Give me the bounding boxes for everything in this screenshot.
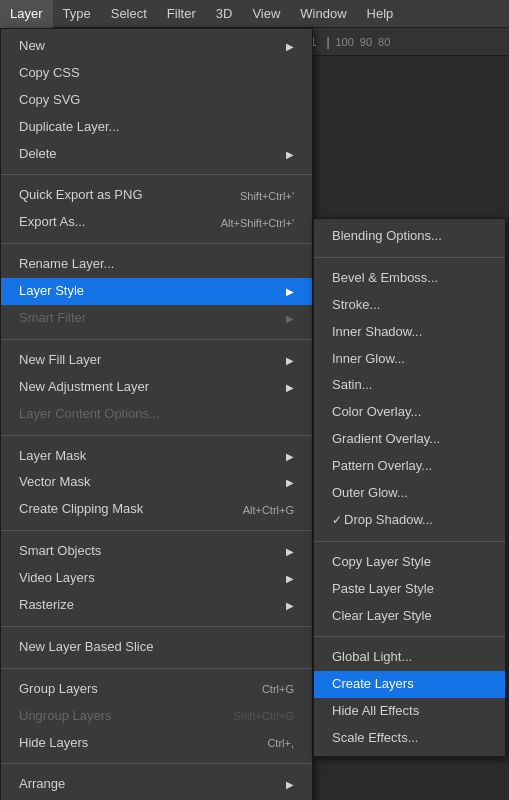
menu-item-layer-mask[interactable]: Layer Mask ▶ xyxy=(1,443,312,470)
submenu-item-hide-all-effects[interactable]: Hide All Effects xyxy=(314,698,505,725)
menu-view[interactable]: View xyxy=(242,0,290,28)
submenu-item-gradient-overlay[interactable]: Gradient Overlay... xyxy=(314,426,505,453)
menu-help[interactable]: Help xyxy=(357,0,404,28)
menu-window[interactable]: Window xyxy=(290,0,356,28)
submenu-item-paste-layer-style[interactable]: Paste Layer Style xyxy=(314,576,505,603)
ruler-80: 80 xyxy=(378,36,390,48)
submenu-item-bevel-emboss[interactable]: Bevel & Emboss... xyxy=(314,265,505,292)
arrow-icon: ▶ xyxy=(286,354,294,367)
menu-item-copy-svg[interactable]: Copy SVG xyxy=(1,87,312,114)
menu-item-quick-export[interactable]: Quick Export as PNG Shift+Ctrl+' xyxy=(1,182,312,209)
arrow-icon: ▶ xyxy=(286,148,294,161)
menu-item-create-clipping-mask[interactable]: Create Clipping Mask Alt+Ctrl+G xyxy=(1,496,312,523)
menu-item-new-adjustment-layer[interactable]: New Adjustment Layer ▶ xyxy=(1,374,312,401)
submenu-item-stroke[interactable]: Stroke... xyxy=(314,292,505,319)
menu-item-group-layers[interactable]: Group Layers Ctrl+G xyxy=(1,676,312,703)
menu-item-smart-filter[interactable]: Smart Filter ▶ xyxy=(1,305,312,332)
submenu-item-blending-options[interactable]: Blending Options... xyxy=(314,223,505,250)
shortcut-export-as: Alt+Shift+Ctrl+' xyxy=(221,216,294,230)
arrow-icon: ▶ xyxy=(286,572,294,585)
arrow-icon: ▶ xyxy=(286,450,294,463)
submenu-item-global-light[interactable]: Global Light... xyxy=(314,644,505,671)
shortcut-hide-layers: Ctrl+, xyxy=(267,736,294,750)
layer-menu: New ▶ Copy CSS Copy SVG Duplicate Layer.… xyxy=(0,28,313,800)
arrow-icon: ▶ xyxy=(286,40,294,53)
menu-select[interactable]: Select xyxy=(101,0,157,28)
submenu-item-outer-glow[interactable]: Outer Glow... xyxy=(314,480,505,507)
menubar: Layer Type Select Filter 3D View Window … xyxy=(0,0,509,28)
layer-style-submenu: Blending Options... Bevel & Emboss... St… xyxy=(313,218,506,757)
arrow-icon: ▶ xyxy=(286,381,294,394)
submenu-item-clear-layer-style[interactable]: Clear Layer Style xyxy=(314,603,505,630)
menu-item-rasterize[interactable]: Rasterize ▶ xyxy=(1,592,312,619)
menu-item-ungroup-layers[interactable]: Ungroup Layers Shift+Ctrl+G xyxy=(1,703,312,730)
submenu-item-color-overlay[interactable]: Color Overlay... xyxy=(314,399,505,426)
menu-filter[interactable]: Filter xyxy=(157,0,206,28)
menu-item-arrange[interactable]: Arrange ▶ xyxy=(1,771,312,798)
submenu-item-drop-shadow[interactable]: ✓ Drop Shadow... xyxy=(314,507,505,534)
ruler-90: 90 xyxy=(360,36,372,48)
menu-item-export-as[interactable]: Export As... Alt+Shift+Ctrl+' xyxy=(1,209,312,236)
menu-3d[interactable]: 3D xyxy=(206,0,243,28)
submenu-item-inner-shadow[interactable]: Inner Shadow... xyxy=(314,319,505,346)
menu-item-rename-layer[interactable]: Rename Layer... xyxy=(1,251,312,278)
submenu-item-inner-glow[interactable]: Inner Glow... xyxy=(314,346,505,373)
ruler-100: 100 xyxy=(336,36,354,48)
shortcut-ungroup-layers: Shift+Ctrl+G xyxy=(233,709,294,723)
menu-item-duplicate-layer[interactable]: Duplicate Layer... xyxy=(1,114,312,141)
arrow-icon: ▶ xyxy=(286,599,294,612)
menu-item-new-layer-slice[interactable]: New Layer Based Slice xyxy=(1,634,312,661)
shortcut-group-layers: Ctrl+G xyxy=(262,682,294,696)
menu-item-layer-content-options[interactable]: Layer Content Options... xyxy=(1,401,312,428)
arrow-icon: ▶ xyxy=(286,285,294,298)
menu-item-smart-objects[interactable]: Smart Objects ▶ xyxy=(1,538,312,565)
arrow-icon: ▶ xyxy=(286,545,294,558)
submenu-item-copy-layer-style[interactable]: Copy Layer Style xyxy=(314,549,505,576)
shortcut-clipping-mask: Alt+Ctrl+G xyxy=(243,503,294,517)
submenu-item-scale-effects[interactable]: Scale Effects... xyxy=(314,725,505,752)
shortcut-quick-export: Shift+Ctrl+' xyxy=(240,189,294,203)
arrow-icon: ▶ xyxy=(286,476,294,489)
menu-item-copy-css[interactable]: Copy CSS xyxy=(1,60,312,87)
checkmark-icon: ✓ xyxy=(332,513,342,529)
menu-item-video-layers[interactable]: Video Layers ▶ xyxy=(1,565,312,592)
submenu-item-satin[interactable]: Satin... xyxy=(314,372,505,399)
submenu-item-create-layers[interactable]: Create Layers xyxy=(314,671,505,698)
menu-item-layer-style[interactable]: Layer Style ▶ xyxy=(1,278,312,305)
menu-type[interactable]: Type xyxy=(53,0,101,28)
menu-item-hide-layers[interactable]: Hide Layers Ctrl+, xyxy=(1,730,312,757)
menu-item-delete[interactable]: Delete ▶ xyxy=(1,141,312,168)
menu-item-new[interactable]: New ▶ xyxy=(1,33,312,60)
menu-item-vector-mask[interactable]: Vector Mask ▶ xyxy=(1,469,312,496)
submenu-item-pattern-overlay[interactable]: Pattern Overlay... xyxy=(314,453,505,480)
menu-item-new-fill-layer[interactable]: New Fill Layer ▶ xyxy=(1,347,312,374)
arrow-icon: ▶ xyxy=(286,312,294,325)
arrow-icon: ▶ xyxy=(286,778,294,791)
menu-layer[interactable]: Layer xyxy=(0,0,53,28)
